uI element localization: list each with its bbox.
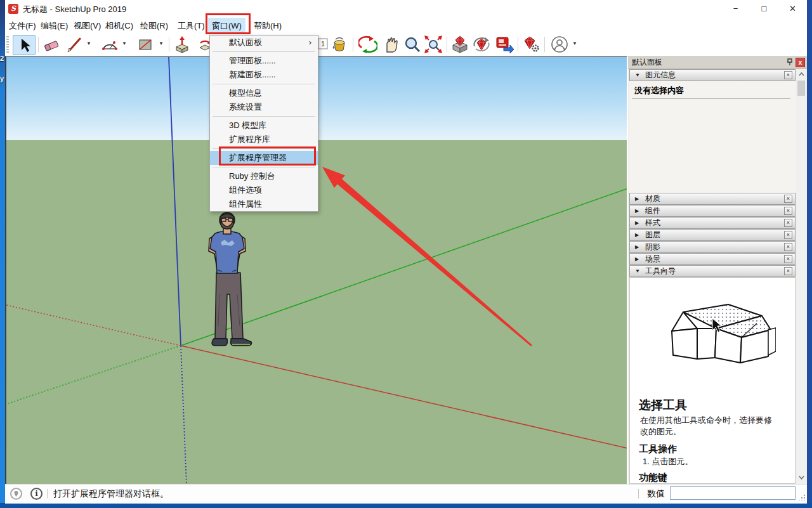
- send-to-layout-button[interactable]: [495, 35, 514, 54]
- panel-scrollbar[interactable]: [797, 69, 806, 484]
- select-tool-button[interactable]: [13, 35, 36, 55]
- 3d-warehouse-icon: [450, 35, 469, 54]
- maximize-button[interactable]: □: [750, 0, 778, 18]
- scrollbar-thumb[interactable]: [797, 81, 805, 96]
- push-pull-tool-button[interactable]: [173, 35, 192, 54]
- section-instructor[interactable]: ▼ 工具向导 ×: [629, 265, 796, 277]
- section-close-button[interactable]: ×: [784, 231, 792, 239]
- svg-text:1: 1: [321, 41, 325, 48]
- menu-item-component-options[interactable]: 组件选项: [210, 183, 318, 197]
- menu-item-extension-warehouse[interactable]: 扩展程序库: [210, 133, 318, 147]
- menu-item-preferences[interactable]: 系统设置: [210, 100, 318, 114]
- menu-view[interactable]: 视图(V): [70, 18, 105, 34]
- arc-tool-button[interactable]: [100, 35, 119, 54]
- push-pull-icon: [173, 36, 191, 53]
- expander-icon[interactable]: ▼: [635, 70, 640, 81]
- window-controls: − □ ✕: [721, 0, 807, 18]
- minimize-button[interactable]: −: [721, 0, 750, 18]
- extension-warehouse-icon: [521, 35, 540, 54]
- pan-tool-button[interactable]: [381, 35, 400, 54]
- extension-warehouse-button[interactable]: [521, 35, 540, 54]
- line-tool-button[interactable]: [65, 35, 84, 54]
- instructor-operation-heading: 工具操作: [639, 443, 677, 455]
- section-close-button[interactable]: ×: [784, 267, 792, 275]
- menu-camera[interactable]: 相机(C): [102, 18, 137, 34]
- menu-item-model-info[interactable]: 模型信息: [210, 86, 318, 100]
- section-close-button[interactable]: ×: [784, 255, 792, 263]
- sketchup-window: S 无标题 - SketchUp Pro 2019 − □ ✕ 文件(F) 编辑…: [5, 0, 807, 503]
- menu-item-3d-warehouse[interactable]: 3D 模型库: [210, 119, 318, 133]
- desktop-bottom-strip: [0, 503, 812, 508]
- section-close-button[interactable]: ×: [784, 71, 792, 79]
- share-model-button[interactable]: [472, 35, 491, 54]
- scale-figure-person: [197, 212, 255, 348]
- eraser-tool-button[interactable]: [42, 35, 61, 54]
- window-title: 无标题 - SketchUp Pro 2019: [23, 4, 126, 15]
- account-icon: [551, 36, 568, 53]
- menu-draw[interactable]: 绘图(R): [136, 18, 172, 34]
- paint-bucket-icon: [331, 36, 348, 53]
- menu-edit[interactable]: 编辑(E): [37, 18, 72, 34]
- zoom-extents-tool-button[interactable]: [424, 35, 443, 54]
- menu-item-ruby-console[interactable]: Ruby 控制台: [210, 169, 318, 183]
- account-dropdown-arrow[interactable]: ▼: [572, 41, 577, 46]
- section-components[interactable]: ▶ 组件 ×: [629, 205, 796, 217]
- menu-tools[interactable]: 工具(T): [174, 18, 209, 34]
- section-close-button[interactable]: ×: [784, 207, 792, 215]
- instructor-house-illustration: [668, 301, 776, 374]
- credits-info-icon[interactable]: i: [30, 488, 43, 500]
- close-button[interactable]: ✕: [778, 0, 807, 18]
- menu-file[interactable]: 文件(F): [5, 18, 40, 34]
- menu-item-default-tray[interactable]: 默认面板 ›: [210, 36, 318, 49]
- send-to-layout-icon: [495, 35, 514, 54]
- orbit-icon: [358, 35, 377, 54]
- submenu-arrow-icon: ›: [309, 36, 311, 49]
- section-styles[interactable]: ▶ 样式 ×: [629, 217, 796, 229]
- menu-item-manage-trays[interactable]: 管理面板......: [210, 54, 318, 68]
- tray-close-button[interactable]: x: [796, 58, 805, 67]
- dimension-icon: 1: [318, 36, 328, 53]
- scroll-up-arrow[interactable]: [797, 69, 806, 79]
- section-materials[interactable]: ▶ 材质 ×: [629, 193, 796, 205]
- title-bar: S 无标题 - SketchUp Pro 2019 − □ ✕: [5, 0, 807, 18]
- section-entity-info[interactable]: ▼ 图元信息 ×: [629, 69, 796, 81]
- status-bar: i 打开扩展程序管理器对话框。 数值: [5, 484, 807, 504]
- dimension-tool-button[interactable]: 1: [317, 35, 329, 54]
- rectangle-icon: [136, 36, 154, 53]
- measurements-label: 数值: [647, 488, 665, 500]
- auto-hide-pin-icon[interactable]: [785, 58, 794, 67]
- measurements-input[interactable]: [670, 486, 796, 500]
- section-close-button[interactable]: ×: [784, 219, 792, 227]
- section-close-button[interactable]: ×: [784, 243, 792, 251]
- menu-bar: 文件(F) 编辑(E) 视图(V) 相机(C) 绘图(R) 工具(T) 窗口(W…: [5, 18, 807, 34]
- orbit-tool-button[interactable]: [358, 35, 377, 54]
- resize-grip[interactable]: [799, 495, 805, 500]
- zoom-tool-button[interactable]: [403, 35, 422, 54]
- window-menu-popup: 默认面板 › 管理面板...... 新建面板...... 模型信息 系统设置 3…: [209, 35, 318, 212]
- rectangle-tool-button[interactable]: [136, 35, 155, 54]
- scroll-down-arrow[interactable]: [797, 472, 806, 483]
- line-dropdown-arrow[interactable]: ▼: [86, 41, 91, 46]
- geolocation-icon[interactable]: [10, 488, 22, 500]
- share-model-icon: [472, 35, 491, 54]
- rectangle-dropdown-arrow[interactable]: ▼: [159, 41, 164, 46]
- desktop-left-strip: 2 y: [0, 0, 5, 508]
- toolbar-grip[interactable]: [6, 36, 9, 53]
- account-button[interactable]: [549, 35, 570, 54]
- toolbar: ▼ ▼ ▼: [5, 34, 807, 56]
- annotation-box-window-menu: [206, 13, 251, 34]
- desktop-icon-label-fragment: y: [0, 75, 4, 82]
- menu-item-new-tray[interactable]: 新建面板......: [210, 68, 318, 82]
- sketchup-logo-icon: S: [8, 4, 18, 14]
- menu-item-component-attributes[interactable]: 组件属性: [210, 197, 318, 211]
- menu-help[interactable]: 帮助(H): [250, 18, 285, 34]
- zoom-icon: [403, 36, 421, 53]
- section-scenes[interactable]: ▶ 场景 ×: [629, 253, 796, 265]
- tray-title: 默认面板: [628, 56, 807, 69]
- section-shadows[interactable]: ▶ 阴影 ×: [629, 241, 796, 253]
- section-layers[interactable]: ▶ 图层 ×: [629, 229, 796, 241]
- section-close-button[interactable]: ×: [784, 195, 792, 203]
- arc-dropdown-arrow[interactable]: ▼: [122, 41, 127, 46]
- 3d-warehouse-button[interactable]: [450, 35, 469, 54]
- paint-bucket-tool-button[interactable]: [330, 35, 349, 54]
